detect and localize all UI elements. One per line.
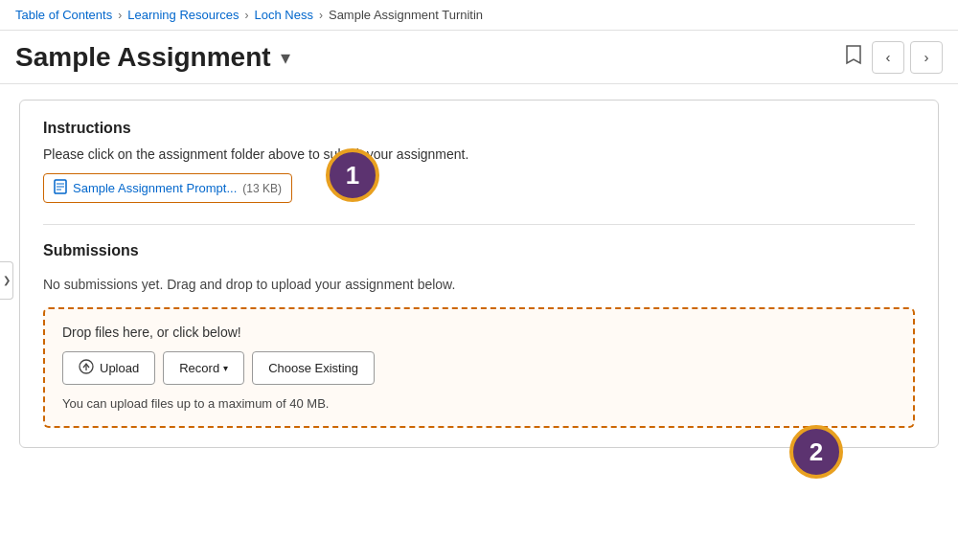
record-chevron-icon: ▾ bbox=[223, 363, 228, 373]
main-content: Instructions Please click on the assignm… bbox=[0, 84, 958, 560]
choose-existing-label: Choose Existing bbox=[268, 361, 358, 375]
breadcrumb-current: Sample Assignment Turnitin bbox=[329, 8, 483, 22]
drop-zone-prompt: Drop files here, or click below! bbox=[62, 325, 896, 340]
upload-button[interactable]: Upload bbox=[62, 351, 155, 385]
breadcrumb-sep-1: › bbox=[118, 9, 122, 22]
instructions-title: Instructions bbox=[43, 120, 915, 137]
breadcrumb-lr[interactable]: Learning Resources bbox=[127, 8, 239, 22]
file-link[interactable]: Sample Assignment Prompt... (13 KB) bbox=[43, 173, 292, 203]
record-label: Record bbox=[179, 361, 219, 375]
no-submissions-text: No submissions yet. Drag and drop to upl… bbox=[43, 269, 915, 307]
drop-zone-buttons: Upload Record ▾ Choose Existing bbox=[62, 351, 896, 385]
breadcrumb-toc[interactable]: Table of Contents bbox=[15, 8, 112, 22]
file-document-icon bbox=[54, 179, 67, 197]
header-left: Sample Assignment ▾ bbox=[15, 42, 290, 73]
file-link-label: Sample Assignment Prompt... bbox=[73, 181, 237, 195]
breadcrumb-sep-3: › bbox=[319, 9, 323, 22]
breadcrumb: Table of Contents › Learning Resources ›… bbox=[0, 0, 958, 31]
page-header: Sample Assignment ▾ ‹ › bbox=[0, 31, 958, 84]
choose-existing-button[interactable]: Choose Existing bbox=[252, 351, 375, 385]
instructions-text: Please click on the assignment folder ab… bbox=[43, 146, 915, 162]
max-size-text: You can upload files up to a maximum of … bbox=[62, 396, 896, 411]
upload-label: Upload bbox=[100, 361, 139, 375]
record-button[interactable]: Record ▾ bbox=[163, 351, 244, 385]
drop-zone[interactable]: Drop files here, or click below! Upload bbox=[43, 307, 915, 428]
breadcrumb-sep-2: › bbox=[245, 9, 249, 22]
sidebar-toggle[interactable]: ❯ bbox=[0, 261, 13, 300]
submissions-title: Submissions bbox=[43, 242, 915, 259]
header-right: ‹ › bbox=[841, 40, 943, 74]
breadcrumb-ln[interactable]: Loch Ness bbox=[255, 8, 313, 22]
next-button[interactable]: › bbox=[910, 41, 943, 74]
upload-icon bbox=[79, 359, 94, 377]
file-size: (13 KB) bbox=[242, 182, 282, 195]
section-divider bbox=[43, 224, 915, 225]
sidebar-toggle-icon: ❯ bbox=[3, 275, 11, 285]
page-title: Sample Assignment bbox=[15, 42, 271, 73]
prev-button[interactable]: ‹ bbox=[872, 41, 904, 74]
title-dropdown-icon[interactable]: ▾ bbox=[281, 46, 290, 69]
bookmark-button[interactable] bbox=[841, 40, 866, 74]
assignment-card: Instructions Please click on the assignm… bbox=[19, 100, 939, 448]
